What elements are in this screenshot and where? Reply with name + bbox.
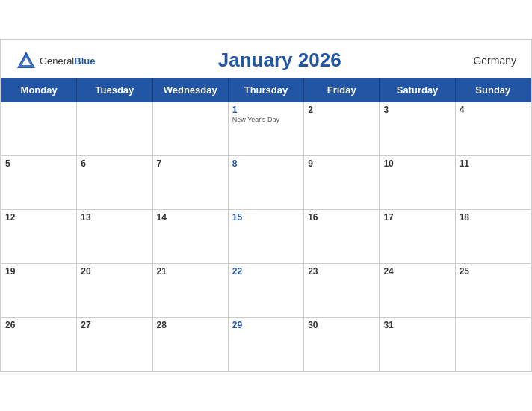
day-cell (1, 102, 77, 156)
day-number: 20 (81, 266, 148, 276)
day-number: 7 (157, 158, 224, 169)
day-number: 26 (5, 320, 72, 330)
day-number: 13 (81, 212, 148, 223)
week-row-3: 12131415161718 (1, 210, 531, 264)
day-cell: 20 (77, 264, 152, 318)
day-number: 1 (232, 105, 300, 115)
day-number: 3 (383, 105, 451, 115)
day-number: 21 (157, 266, 224, 276)
calendar-title: January 2026 (95, 49, 464, 72)
day-cell: 9 (304, 156, 380, 210)
day-number: 6 (81, 158, 148, 169)
day-cell (77, 102, 152, 156)
day-cell: 14 (152, 210, 228, 264)
day-number: 18 (460, 212, 527, 223)
logo-text-general: General (40, 55, 74, 67)
day-cell: 17 (380, 210, 455, 264)
day-cell: 28 (152, 318, 228, 371)
day-cell: 26 (1, 318, 77, 371)
day-number: 14 (157, 212, 224, 223)
day-cell: 19 (1, 264, 77, 318)
day-number: 12 (5, 212, 72, 223)
day-cell: 29 (228, 318, 303, 371)
calendar-table: Monday Tuesday Wednesday Thursday Friday… (1, 78, 531, 371)
day-number: 16 (308, 212, 375, 223)
week-row-4: 19202122232425 (1, 264, 531, 318)
day-cell: 23 (304, 264, 380, 318)
day-number: 30 (308, 320, 375, 330)
header-thursday: Thursday (228, 78, 303, 102)
day-cell: 3 (380, 102, 455, 156)
header-tuesday: Tuesday (77, 78, 152, 102)
week-row-1: 1New Year's Day234 (1, 102, 531, 156)
day-cell: 21 (152, 264, 228, 318)
header-wednesday: Wednesday (152, 78, 228, 102)
day-cell: 1New Year's Day (228, 102, 303, 156)
day-cell: 4 (455, 102, 531, 156)
day-number: 28 (157, 320, 224, 330)
calendar-container: GeneralBlue January 2026 Germany Monday … (0, 39, 532, 372)
day-cell (455, 318, 531, 371)
day-cell: 11 (455, 156, 531, 210)
day-cell: 6 (77, 156, 152, 210)
holiday-label: New Year's Day (232, 116, 300, 123)
header-sunday: Sunday (455, 78, 531, 102)
header-monday: Monday (1, 78, 77, 102)
day-number: 11 (460, 158, 527, 169)
header-friday: Friday (304, 78, 380, 102)
day-cell (152, 102, 228, 156)
day-number: 25 (460, 266, 527, 276)
day-cell: 18 (455, 210, 531, 264)
day-number: 15 (232, 212, 300, 223)
day-number: 4 (460, 105, 527, 115)
day-number: 9 (308, 158, 375, 169)
day-cell: 22 (228, 264, 303, 318)
day-cell: 8 (228, 156, 303, 210)
logo-text-blue: Blue (74, 55, 95, 67)
day-cell: 15 (228, 210, 303, 264)
day-number: 5 (5, 158, 72, 169)
day-number: 29 (232, 320, 300, 330)
week-row-5: 262728293031 (1, 318, 531, 371)
header-saturday: Saturday (380, 78, 455, 102)
day-number: 17 (383, 212, 451, 223)
day-number: 24 (383, 266, 451, 276)
day-cell: 13 (77, 210, 152, 264)
day-cell: 16 (304, 210, 380, 264)
day-number: 19 (5, 266, 72, 276)
day-number: 8 (232, 158, 300, 169)
calendar-header: GeneralBlue January 2026 Germany (1, 40, 531, 78)
day-number: 27 (81, 320, 148, 330)
weekday-header-row: Monday Tuesday Wednesday Thursday Friday… (1, 78, 531, 102)
day-number: 10 (383, 158, 451, 169)
day-cell: 25 (455, 264, 531, 318)
day-cell: 7 (152, 156, 228, 210)
day-cell: 12 (1, 210, 77, 264)
day-number: 31 (383, 320, 451, 330)
day-number: 23 (308, 266, 375, 276)
day-cell: 24 (380, 264, 455, 318)
day-cell: 30 (304, 318, 380, 371)
logo-icon (16, 50, 37, 71)
day-cell: 10 (380, 156, 455, 210)
day-number: 2 (308, 105, 375, 115)
day-cell: 27 (77, 318, 152, 371)
day-cell: 5 (1, 156, 77, 210)
week-row-2: 567891011 (1, 156, 531, 210)
day-cell: 2 (304, 102, 380, 156)
day-cell: 31 (380, 318, 455, 371)
logo: GeneralBlue (16, 50, 95, 71)
country-label: Germany (464, 55, 516, 67)
day-number: 22 (232, 266, 300, 276)
